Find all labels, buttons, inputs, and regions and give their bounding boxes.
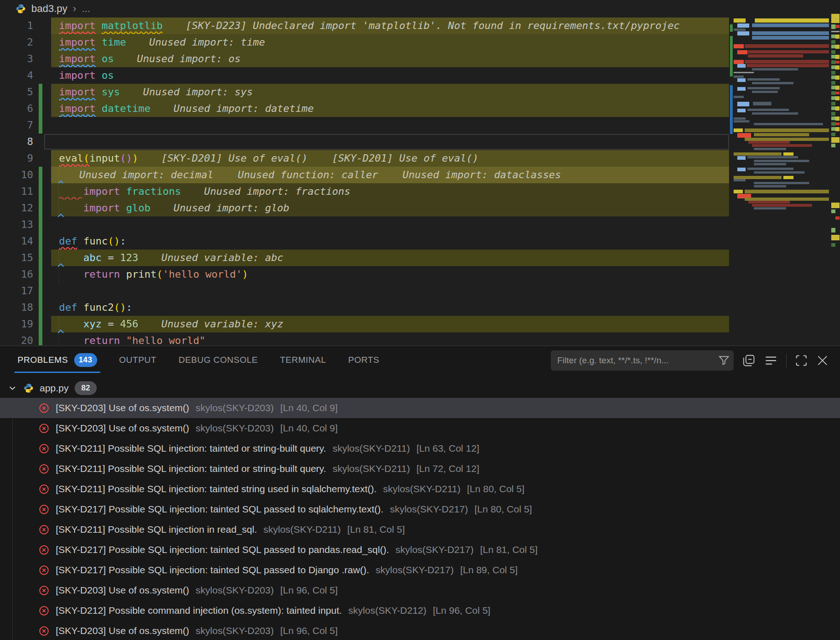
problem-row[interactable]: [SKY-D217] Possible SQL injection: taint…	[0, 540, 840, 560]
problem-message: [SKY-D211] Possible SQL injection: taint…	[56, 483, 377, 495]
code-lines[interactable]: 1import matplotlib[SKY-D223] Undeclared …	[0, 17, 840, 345]
code-line-2[interactable]: 2import timeUnused import: time	[0, 34, 840, 51]
line-number: 9	[0, 150, 33, 167]
code-line-20[interactable]: 20 return "hello world"	[0, 332, 840, 345]
code-line-8[interactable]: 8	[0, 134, 840, 150]
minimap[interactable]	[734, 17, 829, 340]
code-line-16[interactable]: 16 return print('hello world')	[0, 266, 840, 283]
inline-diagnostic: Unused import: datetime	[174, 103, 314, 114]
filter-icon	[718, 355, 730, 368]
problems-filter[interactable]	[551, 350, 734, 371]
bottom-panel: PROBLEMS 143 OUTPUT DEBUG CONSOLE TERMIN…	[0, 345, 840, 640]
code-line-1[interactable]: 1import matplotlib[SKY-D223] Undeclared …	[0, 17, 840, 34]
code-line-14[interactable]: 14def func():	[0, 233, 840, 250]
modified-line-indicator	[39, 332, 42, 345]
code-line-9[interactable]: 9eval(input())[SKY-D201] Use of eval() […	[0, 150, 840, 167]
breadcrumb-filename[interactable]: bad3.py	[31, 3, 67, 15]
code-line-3[interactable]: 3import osUnused import: os	[0, 51, 840, 67]
maximize-panel-icon[interactable]	[795, 354, 808, 367]
problem-row[interactable]: [SKY-D203] Use of os.system()skylos(SKY-…	[0, 398, 840, 418]
problem-message: [SKY-D211] Possible SQL injection in rea…	[56, 524, 257, 535]
code-line-13[interactable]: 13	[0, 216, 840, 233]
code-text: import os	[59, 67, 729, 84]
line-number: 14	[0, 233, 33, 250]
problem-row[interactable]: [SKY-D212] Possible command injection (o…	[0, 600, 840, 621]
code-text: import fractionsUnused import: fractions	[59, 183, 729, 200]
problem-source: skylos(SKY-D212)	[348, 605, 426, 616]
code-text: def func2():	[59, 299, 729, 316]
code-line-10[interactable]: 10Unused import: decimal Unused function…	[0, 167, 840, 183]
overview-ruler[interactable]	[830, 0, 840, 345]
problem-message: [SKY-D203] Use of os.system()	[56, 625, 189, 636]
tab-terminal[interactable]: TERMINAL	[280, 346, 326, 374]
line-number: 8	[0, 134, 33, 150]
tab-problems[interactable]: PROBLEMS 143	[18, 346, 97, 374]
tab-debug-console[interactable]: DEBUG CONSOLE	[179, 346, 258, 374]
problems-tree: app.py 82 [SKY-D203] Use of os.system()s…	[0, 378, 840, 640]
inline-diagnostic: [SKY-D201] Use of eval() [SKY-D201] Use …	[161, 152, 478, 164]
code-line-7[interactable]: 7	[0, 117, 840, 134]
inline-diagnostic: Unused variable: xyz	[161, 318, 283, 330]
code-line-17[interactable]: 17	[0, 283, 840, 299]
code-text: return print('hello world')	[59, 266, 729, 283]
problem-message: [SKY-D217] Possible SQL injection: taint…	[56, 564, 369, 576]
code-line-12[interactable]: 12 import globUnused import: glob	[0, 200, 840, 216]
modified-line-indicator	[39, 283, 42, 299]
problem-position: [Ln 72, Col 12]	[416, 463, 479, 474]
code-line-4[interactable]: 4import os	[0, 67, 840, 84]
problem-message: [SKY-D217] Possible SQL injection: taint…	[56, 504, 384, 515]
tab-output[interactable]: OUTPUT	[119, 346, 157, 374]
close-panel-icon[interactable]	[816, 354, 829, 367]
breadcrumb-more[interactable]: ...	[82, 3, 90, 15]
problem-message: [SKY-D203] Use of os.system()	[56, 402, 189, 413]
problem-row[interactable]: [SKY-D211] Possible SQL injection: taint…	[0, 438, 840, 459]
modified-line-indicator	[39, 216, 42, 233]
editor[interactable]: bad3.py › ... 1import matplotlib[SKY-D22…	[0, 0, 840, 345]
code-text: abc = 123Unused variable: abc	[59, 250, 729, 266]
line-number: 7	[0, 117, 33, 134]
problem-source: skylos(SKY-D211)	[263, 524, 341, 535]
code-line-5[interactable]: 5import sysUnused import: sys	[0, 84, 840, 100]
filter-input[interactable]	[551, 350, 734, 371]
tab-ports[interactable]: PORTS	[348, 346, 379, 374]
modified-line-indicator	[39, 183, 42, 200]
code-text: def func():	[59, 233, 729, 250]
problem-row[interactable]: [SKY-D211] Possible SQL injection: taint…	[0, 479, 840, 499]
view-as-list-icon[interactable]	[764, 354, 778, 367]
python-file-icon	[16, 4, 26, 14]
minimap-change-gutter	[730, 17, 733, 340]
code-line-11[interactable]: 11 import fractionsUnused import: fracti…	[0, 183, 840, 200]
python-file-icon	[23, 383, 34, 393]
collapse-all-icon[interactable]	[742, 354, 756, 367]
problem-row[interactable]: [SKY-D217] Possible SQL injection: taint…	[0, 560, 840, 580]
error-icon	[39, 464, 49, 474]
code-line-18[interactable]: 18def func2():	[0, 299, 840, 316]
problem-source: skylos(SKY-D203)	[196, 625, 274, 636]
code-text: Unused import: decimal Unused function: …	[59, 167, 729, 183]
inline-diagnostic: Unused import: time	[149, 36, 265, 48]
modified-line-indicator	[39, 250, 42, 266]
current-line-border	[44, 134, 729, 150]
breadcrumb[interactable]: bad3.py › ...	[0, 0, 840, 17]
modified-line-indicator	[39, 299, 42, 316]
problem-source: skylos(SKY-D217)	[390, 504, 468, 515]
group-count-badge: 82	[75, 381, 97, 395]
problem-row[interactable]: [SKY-D211] Possible SQL injection in rea…	[0, 519, 840, 540]
problem-source: skylos(SKY-D211)	[332, 443, 410, 454]
problem-row[interactable]: [SKY-D203] Use of os.system()skylos(SKY-…	[0, 418, 840, 438]
code-line-15[interactable]: 15 abc = 123Unused variable: abc	[0, 250, 840, 266]
problem-row[interactable]: [SKY-D203] Use of os.system()skylos(SKY-…	[0, 580, 840, 600]
line-number: 12	[0, 200, 33, 216]
modified-line-indicator	[39, 233, 42, 250]
problem-row[interactable]: [SKY-D203] Use of os.system()skylos(SKY-…	[0, 621, 840, 640]
problems-file-group[interactable]: app.py 82	[0, 378, 840, 398]
code-line-19[interactable]: 19 xyz = 456Unused variable: xyz	[0, 316, 840, 332]
inline-diagnostic: Unused variable: abc	[161, 252, 283, 263]
error-icon	[39, 545, 49, 555]
modified-line-indicator	[39, 100, 42, 117]
code-line-6[interactable]: 6import datetimeUnused import: datetime	[0, 100, 840, 117]
code-text: xyz = 456Unused variable: xyz	[59, 316, 729, 332]
problem-position: [Ln 96, Col 5]	[280, 625, 338, 636]
problem-row[interactable]: [SKY-D217] Possible SQL injection: taint…	[0, 499, 840, 519]
problem-row[interactable]: [SKY-D211] Possible SQL injection: taint…	[0, 459, 840, 479]
